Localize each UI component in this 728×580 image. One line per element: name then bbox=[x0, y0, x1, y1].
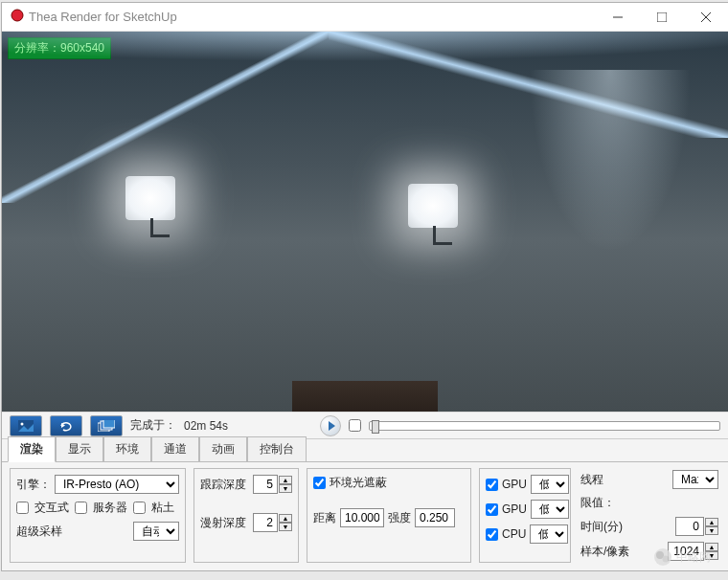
spin-up-icon[interactable]: ▲ bbox=[279, 514, 292, 523]
ao-intensity-input[interactable] bbox=[415, 508, 455, 527]
samples-label: 样本/像素 bbox=[580, 544, 664, 560]
time-label: 时间(分) bbox=[580, 519, 671, 535]
spin-down-icon[interactable]: ▼ bbox=[279, 523, 292, 531]
maximize-button[interactable] bbox=[640, 3, 684, 32]
ao-intensity-label: 强度 bbox=[388, 510, 411, 526]
clay-label: 粘土 bbox=[151, 500, 174, 516]
time-input[interactable] bbox=[675, 517, 704, 536]
progress-slider[interactable] bbox=[369, 421, 720, 431]
trace-depth-spinner[interactable]: ▲▼ bbox=[253, 475, 292, 494]
titlebar: Thea Render for SketchUp bbox=[2, 3, 728, 32]
device-label-1: GPU bbox=[502, 502, 527, 516]
minimize-button[interactable] bbox=[596, 3, 640, 32]
progress-toolbar: 完成于： 02m 54s bbox=[2, 412, 728, 438]
refresh-button[interactable] bbox=[50, 415, 82, 436]
spin-down-icon[interactable]: ▼ bbox=[705, 526, 718, 535]
svg-rect-2 bbox=[657, 12, 667, 22]
device-row-1: GPU 低 bbox=[486, 500, 564, 519]
interactive-label: 交互式 bbox=[34, 500, 69, 516]
ao-distance-label: 距离 bbox=[313, 510, 336, 526]
diffuse-depth-spinner[interactable]: ▲▼ bbox=[253, 513, 292, 532]
engine-label: 引擎： bbox=[16, 477, 51, 493]
settings-tabs: 渲染 显示 环境 通道 动画 控制台 bbox=[2, 438, 728, 461]
tab-display[interactable]: 显示 bbox=[56, 436, 103, 462]
completed-label: 完成于： bbox=[130, 417, 176, 434]
device-label-2: CPU bbox=[502, 527, 526, 541]
wechat-icon bbox=[653, 547, 672, 567]
interactive-checkbox[interactable] bbox=[16, 502, 29, 514]
watermark-text: 中略网 bbox=[676, 549, 711, 566]
device-row-2: CPU 低 bbox=[486, 524, 564, 544]
depth-group: 跟踪深度 ▲▼ 漫射深度 ▲▼ bbox=[193, 468, 299, 563]
stack-icon bbox=[98, 420, 115, 432]
threads-label: 线程 bbox=[580, 472, 669, 488]
render-floor bbox=[292, 381, 438, 412]
threads-select[interactable]: Max bbox=[672, 470, 718, 489]
svg-point-0 bbox=[11, 10, 23, 21]
diffuse-depth-input[interactable] bbox=[253, 513, 278, 532]
render-spotlight bbox=[514, 70, 706, 357]
ao-enable-label: 环境光遮蔽 bbox=[330, 475, 387, 491]
render-viewport: 分辨率：960x540 bbox=[2, 32, 728, 412]
device-label-0: GPU bbox=[502, 478, 527, 491]
ao-distance-input[interactable] bbox=[340, 508, 384, 527]
settings-panel: 引擎： IR-Presto (AO) 交互式 服务器 粘土 超级采样 自动 跟踪… bbox=[2, 461, 728, 570]
render-lamp-right bbox=[408, 184, 466, 245]
spin-down-icon[interactable]: ▼ bbox=[279, 484, 292, 493]
app-icon bbox=[10, 8, 25, 26]
play-icon bbox=[329, 421, 335, 431]
server-checkbox[interactable] bbox=[75, 502, 87, 514]
device-checkbox-0[interactable] bbox=[486, 479, 498, 491]
image-icon bbox=[18, 420, 34, 432]
ao-group: 环境光遮蔽 距离 强度 bbox=[307, 468, 471, 563]
svg-rect-10 bbox=[103, 420, 115, 428]
engine-select[interactable]: IR-Presto (AO) bbox=[55, 475, 179, 494]
ao-enable-checkbox[interactable] bbox=[313, 477, 326, 489]
devices-group: GPU 低 GPU 低 CPU 低 bbox=[479, 468, 571, 563]
spin-up-icon[interactable]: ▲ bbox=[279, 476, 292, 484]
save-image-button[interactable] bbox=[10, 415, 42, 436]
supersampling-select[interactable]: 自动 bbox=[133, 522, 179, 541]
trace-depth-input[interactable] bbox=[253, 475, 278, 494]
spin-up-icon[interactable]: ▲ bbox=[705, 518, 718, 526]
device-level-2[interactable]: 低 bbox=[530, 524, 568, 544]
tab-render[interactable]: 渲染 bbox=[8, 436, 56, 462]
close-button[interactable] bbox=[684, 3, 728, 32]
tab-console[interactable]: 控制台 bbox=[247, 436, 307, 462]
diffuse-depth-label: 漫射深度 bbox=[200, 515, 249, 531]
play-button[interactable] bbox=[320, 415, 341, 436]
time-spinner[interactable]: ▲▼ bbox=[675, 517, 718, 536]
progress-lock-checkbox[interactable] bbox=[349, 419, 361, 432]
watermark: 中略网 bbox=[653, 547, 711, 567]
device-checkbox-2[interactable] bbox=[486, 528, 498, 541]
tab-channels[interactable]: 通道 bbox=[151, 436, 199, 462]
trace-depth-label: 跟踪深度 bbox=[200, 477, 249, 493]
device-level-1[interactable]: 低 bbox=[531, 500, 569, 519]
clay-checkbox[interactable] bbox=[133, 502, 146, 514]
svg-point-13 bbox=[663, 556, 670, 563]
server-label: 服务器 bbox=[93, 500, 127, 516]
tab-animation[interactable]: 动画 bbox=[199, 436, 247, 462]
device-row-0: GPU 低 bbox=[486, 475, 564, 494]
limit-label: 限值： bbox=[580, 495, 615, 511]
device-checkbox-1[interactable] bbox=[486, 503, 498, 516]
svg-point-6 bbox=[21, 422, 24, 425]
completed-time: 02m 54s bbox=[184, 419, 228, 433]
slider-thumb[interactable] bbox=[372, 420, 379, 434]
window-title: Thea Render for SketchUp bbox=[25, 10, 596, 24]
supersampling-label: 超级采样 bbox=[16, 524, 129, 540]
render-lamp-left bbox=[125, 176, 183, 237]
gallery-button[interactable] bbox=[90, 415, 123, 436]
device-level-0[interactable]: 低 bbox=[531, 475, 569, 494]
tab-environment[interactable]: 环境 bbox=[103, 436, 151, 462]
app-window: Thea Render for SketchUp 分辨率：960x540 完成于… bbox=[1, 2, 728, 571]
engine-group: 引擎： IR-Presto (AO) 交互式 服务器 粘土 超级采样 自动 bbox=[10, 468, 186, 563]
refresh-icon bbox=[58, 420, 74, 432]
